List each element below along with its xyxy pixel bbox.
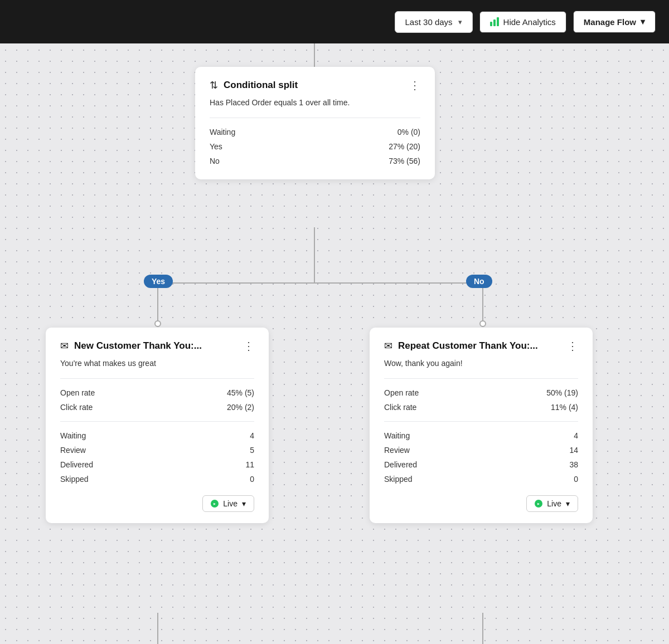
new-customer-card-header: ✉ New Customer Thank You:... ⋮ <box>60 340 254 352</box>
rate-row: Open rate 50% (19) <box>384 386 578 400</box>
date-range-label: Last 30 days <box>405 17 453 27</box>
count-row: Skipped 0 <box>384 472 578 486</box>
repeat-customer-menu-icon[interactable]: ⋮ <box>567 340 579 352</box>
new-customer-live-button[interactable]: Live ▾ <box>202 495 254 512</box>
new-customer-live-label: Live <box>223 499 237 508</box>
stat-value: 20% (2) <box>227 403 254 412</box>
count-row: Review 5 <box>60 443 254 457</box>
stat-value: 4 <box>574 431 578 440</box>
hide-analytics-label: Hide Analytics <box>503 17 556 27</box>
stat-value: 73% (56) <box>389 157 420 165</box>
manage-flow-button[interactable]: Manage Flow ▾ <box>573 11 656 33</box>
stat-value: 45% (5) <box>227 388 254 397</box>
stat-label: Skipped <box>384 475 413 484</box>
header-bar: Last 30 days ▾ Hide Analytics Manage Flo… <box>0 0 669 43</box>
card-title-row: ⇅ Conditional split <box>210 79 298 91</box>
analytics-icon <box>490 17 499 26</box>
conditional-split-card: ⇅ Conditional split ⋮ Has Placed Order e… <box>195 67 435 179</box>
stat-label: Review <box>60 446 86 455</box>
stat-label: No <box>210 157 220 165</box>
stat-value: 50% (19) <box>546 388 578 397</box>
chevron-down-icon-repeat: ▾ <box>566 499 570 508</box>
stat-label: Delivered <box>384 460 417 469</box>
chevron-down-icon-new: ▾ <box>242 499 246 508</box>
email-icon-new: ✉ <box>60 340 69 352</box>
repeat-customer-card-header: ✉ Repeat Customer Thank You:... ⋮ <box>384 340 578 352</box>
top-connector <box>314 43 315 67</box>
repeat-customer-title: Repeat Customer Thank You:... <box>398 340 538 352</box>
repeat-customer-live-row: Live ▾ <box>384 495 578 512</box>
stat-label: Waiting <box>384 431 410 440</box>
manage-flow-label: Manage Flow <box>584 17 636 27</box>
new-customer-title-row: ✉ New Customer Thank You:... <box>60 340 202 352</box>
stat-value: 27% (20) <box>389 142 420 151</box>
stat-label: Open rate <box>60 388 95 397</box>
rate-row: Click rate 20% (2) <box>60 400 254 414</box>
count-row: Waiting 4 <box>384 428 578 443</box>
repeat-customer-live-button[interactable]: Live ▾ <box>526 495 578 512</box>
stat-value: 0% (0) <box>397 128 420 136</box>
stat-value: 11 <box>245 460 254 469</box>
chevron-down-icon: ▾ <box>458 18 462 26</box>
repeat-customer-rates: Open rate 50% (19)Click rate 11% (4) <box>384 386 578 414</box>
hide-analytics-button[interactable]: Hide Analytics <box>479 11 566 33</box>
split-stat-row: No 73% (56) <box>210 154 420 168</box>
card-menu-icon[interactable]: ⋮ <box>409 80 421 91</box>
split-stat-row: Waiting 0% (0) <box>210 125 420 139</box>
left-connector-dot <box>154 320 161 327</box>
date-range-button[interactable]: Last 30 days ▾ <box>395 11 473 33</box>
stat-value: 0 <box>574 475 578 484</box>
stat-value: 38 <box>569 460 578 469</box>
chevron-down-icon-manage: ▾ <box>641 17 645 27</box>
repeat-customer-subtitle: Wow, thank you again! <box>384 358 578 369</box>
card-title: Conditional split <box>224 80 298 91</box>
split-stat-row: Yes 27% (20) <box>210 139 420 154</box>
stat-value: 5 <box>250 446 254 455</box>
new-customer-divider-1 <box>60 378 254 379</box>
repeat-customer-title-row: ✉ Repeat Customer Thank You:... <box>384 340 538 352</box>
repeat-customer-divider-2 <box>384 421 578 422</box>
card-condition-text: Has Placed Order equals 1 over all time. <box>210 97 420 109</box>
stat-label: Yes <box>210 142 222 151</box>
stat-value: 14 <box>569 446 578 455</box>
email-icon-repeat: ✉ <box>384 340 392 352</box>
new-customer-live-row: Live ▾ <box>60 495 254 512</box>
yes-branch-label: Yes <box>144 275 173 288</box>
bottom-connector-split <box>314 227 315 283</box>
live-dot-new <box>211 500 219 508</box>
stat-label: Open rate <box>384 388 419 397</box>
new-customer-card: ✉ New Customer Thank You:... ⋮ You're wh… <box>46 328 269 523</box>
split-stats: Waiting 0% (0)Yes 27% (20)No 73% (56) <box>210 125 420 168</box>
live-dot-repeat <box>535 500 542 508</box>
repeat-customer-live-label: Live <box>547 499 561 508</box>
rate-row: Open rate 45% (5) <box>60 386 254 400</box>
new-customer-rates: Open rate 45% (5)Click rate 20% (2) <box>60 386 254 414</box>
rate-row: Click rate 11% (4) <box>384 400 578 414</box>
bottom-right-connector <box>482 613 483 644</box>
count-row: Review 14 <box>384 443 578 457</box>
count-row: Delivered 11 <box>60 457 254 472</box>
bottom-left-connector <box>157 613 158 644</box>
no-branch-label: No <box>466 275 492 288</box>
stat-label: Waiting <box>60 431 86 440</box>
right-connector-dot <box>479 320 486 327</box>
stat-value: 0 <box>250 475 254 484</box>
new-customer-counts: Waiting 4Review 5Delivered 11Skipped 0 <box>60 428 254 486</box>
stat-value: 4 <box>250 431 254 440</box>
repeat-customer-divider-1 <box>384 378 578 379</box>
flow-canvas: Last 30 days ▾ Hide Analytics Manage Flo… <box>0 0 669 644</box>
split-icon: ⇅ <box>210 79 218 91</box>
new-customer-subtitle: You're what makes us great <box>60 358 254 369</box>
stat-label: Review <box>384 446 410 455</box>
stat-label: Delivered <box>60 460 93 469</box>
card-divider <box>210 118 420 118</box>
repeat-customer-card: ✉ Repeat Customer Thank You:... ⋮ Wow, t… <box>370 328 593 523</box>
stat-label: Click rate <box>384 403 416 412</box>
stat-label: Click rate <box>60 403 93 412</box>
repeat-customer-counts: Waiting 4Review 14Delivered 38Skipped 0 <box>384 428 578 486</box>
card-header: ⇅ Conditional split ⋮ <box>210 79 420 91</box>
new-customer-menu-icon[interactable]: ⋮ <box>243 340 255 352</box>
count-row: Delivered 38 <box>384 457 578 472</box>
stat-label: Waiting <box>210 128 235 136</box>
new-customer-title: New Customer Thank You:... <box>74 340 202 352</box>
